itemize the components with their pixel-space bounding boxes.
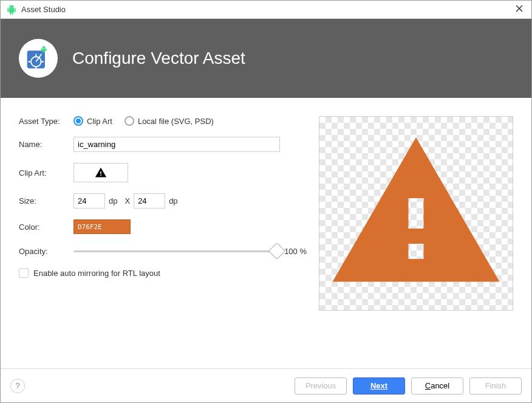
content-area: Asset Type: Clip Art Local file (SVG, PS… [1,98,531,368]
android-icon [7,5,16,15]
banner: Configure Vector Asset [1,19,531,98]
size-separator: X [124,196,130,205]
preview-pane [319,116,513,311]
row-rtl: Enable auto mirroring for RTL layout [19,268,307,278]
cancel-button[interactable]: Cancel [411,377,463,394]
footer: ? Previous Next Cancel Finish [1,368,531,402]
warning-icon [95,167,107,179]
dialog-window: Asset Studio Configure Vector Asset [0,0,532,403]
radio-local-file[interactable]: Local file (SVG, PSD) [124,116,214,126]
radio-local-file-label: Local file (SVG, PSD) [138,117,214,126]
radio-clip-art-label: Clip Art [87,117,112,126]
rtl-label: Enable auto mirroring for RTL layout [33,269,160,278]
close-button[interactable] [513,5,525,14]
clip-art-picker[interactable] [73,163,128,182]
row-clip-art: Clip Art: [19,163,307,182]
slider-thumb[interactable] [268,243,285,260]
size-width-input[interactable] [73,193,105,208]
close-icon [516,5,523,12]
name-input[interactable] [73,137,280,152]
finish-button[interactable]: Finish [469,377,522,394]
banner-title: Configure Vector Asset [72,49,245,68]
row-color: Color: D76F2E [19,219,307,234]
rtl-checkbox[interactable] [19,268,29,278]
opacity-slider[interactable] [73,245,277,257]
size-height-unit: dp [169,196,177,205]
titlebar: Asset Studio [1,1,531,19]
row-size: Size: dp X dp [19,193,307,208]
row-opacity: Opacity: 100 % [19,245,307,257]
row-asset-type: Asset Type: Clip Art Local file (SVG, PS… [19,116,307,126]
asset-type-radio-group: Clip Art Local file (SVG, PSD) [73,116,214,126]
row-name: Name: [19,137,307,152]
opacity-value: 100 % [284,247,307,256]
help-button[interactable]: ? [10,379,25,393]
help-icon: ? [15,381,19,390]
opacity-label: Opacity: [19,247,73,256]
window-title: Asset Studio [21,5,513,14]
preview-warning-icon [325,122,507,305]
slider-track [73,250,277,252]
size-width-unit: dp [109,196,117,205]
color-picker[interactable]: D76F2E [73,219,131,234]
radio-dot-icon [73,116,83,126]
vector-asset-icon [19,39,58,78]
color-label: Color: [19,222,73,232]
next-button[interactable]: Next [353,377,405,394]
clip-art-label: Clip Art: [19,168,73,177]
radio-dot-icon [124,116,134,126]
form-panel: Asset Type: Clip Art Local file (SVG, PS… [19,116,307,362]
name-label: Name: [19,140,73,149]
size-height-input[interactable] [134,193,165,208]
previous-button[interactable]: Previous [295,377,347,394]
asset-type-label: Asset Type: [19,117,73,126]
size-label: Size: [19,196,73,205]
radio-clip-art[interactable]: Clip Art [73,116,112,126]
